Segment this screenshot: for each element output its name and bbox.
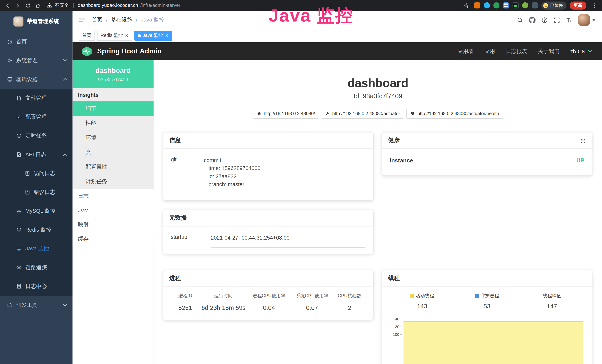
sba-item-caches[interactable]: 缓存 (73, 232, 153, 247)
sba-content: dashboard Id: 93a3fc7f7409 http://192.16… (154, 60, 602, 364)
extension-icon[interactable] (493, 2, 499, 8)
fullscreen-icon[interactable] (554, 17, 560, 23)
extension-icon[interactable] (532, 2, 538, 8)
actuator-url-button[interactable]: http://192.168.0.2:48080/actuator (321, 109, 404, 119)
font-size-icon[interactable] (566, 17, 572, 23)
smiley-icon (543, 3, 548, 8)
history-icon[interactable] (580, 137, 586, 143)
sba-brand[interactable]: Spring Boot Admin (97, 47, 162, 55)
sidebar-item-mysql-monitor[interactable]: MySQL 监控 (0, 202, 73, 220)
card-body: 活动线程 143 守护进程 53 线程峰值 14 (382, 287, 592, 364)
extension-icon[interactable] (503, 2, 509, 8)
breadcrumb-home[interactable]: 首页 (92, 17, 103, 23)
metadata-value: 2021-04-27T00:44:31.254+08:00 (211, 231, 366, 248)
browser-menu-kebab-icon[interactable] (590, 1, 599, 10)
annotation-java-monitor: Java 监控 (269, 4, 354, 28)
tab-home[interactable]: 首页 (79, 31, 95, 41)
sba-item-jvm[interactable]: JVM (73, 203, 153, 217)
hamburger-icon[interactable] (79, 17, 86, 23)
sba-nav-about[interactable]: 关于我们 (538, 48, 559, 55)
health-url-button[interactable]: http://192.168.0.2:48080/actuator/health (406, 109, 503, 119)
sidebar-item-java-monitor[interactable]: Java 监控 (0, 239, 73, 258)
url-host: dashboard.yudao.iocoder.cn (78, 3, 138, 8)
sidebar-item-redis-monitor[interactable]: Redis 监控 (0, 221, 73, 239)
reload-icon[interactable] (23, 1, 32, 10)
divider (73, 3, 74, 8)
process-value-uptime: 6d 23h 15m 59s (200, 300, 247, 314)
user-avatar[interactable] (578, 14, 596, 26)
sidebar-item-error-log[interactable]: 错误日志 (0, 183, 73, 202)
browser-home-icon[interactable] (33, 1, 42, 10)
sba-item-mappings[interactable]: 映射 (73, 217, 153, 232)
sidebar-item-system[interactable]: 系统管理 (0, 51, 73, 70)
sba-sidebar: dashboard 93a3fc7f7409 Insights 细节 性能 环境… (73, 60, 154, 364)
heart-icon (410, 111, 415, 116)
card-title: 线程 (388, 275, 400, 282)
close-icon[interactable]: × (125, 33, 129, 38)
sidebar-item-api-log[interactable]: API 日志 (0, 145, 73, 164)
chart-plot-area (403, 315, 583, 364)
extension-icon[interactable] (513, 2, 519, 8)
clock-icon (16, 133, 22, 139)
chrome-update-button[interactable]: 更新 (570, 1, 586, 9)
screen: 不安全 dashboard.yudao.iocoder.cn/infra/adm… (0, 0, 602, 364)
breadcrumb-infra[interactable]: 基础设施 (111, 17, 132, 23)
process-card: 进程 进程ID 运行时间 进程CPU使用率 系统CPU使用率 CPU核心数 52… (163, 270, 373, 320)
sba-item-logs[interactable]: 日志 (73, 189, 153, 203)
chevron-up-icon (63, 78, 67, 80)
sba-nav-applications[interactable]: 应用 (484, 48, 495, 55)
file-icon (16, 95, 22, 101)
sidebar-item-log-center[interactable]: 日志中心 (0, 277, 73, 296)
search-icon[interactable] (517, 17, 523, 23)
sidebar-item-infra[interactable]: 基础设施 (0, 70, 73, 89)
sidebar-item-scheduled-jobs[interactable]: 定时任务 (0, 126, 73, 145)
legend-label: 守护进程 (481, 293, 499, 299)
sba-item-scheduled-tasks[interactable]: 计划任务 (73, 174, 153, 189)
tab-java-monitor[interactable]: Java 监控 × (134, 31, 172, 41)
spring-boot-admin-logo-icon[interactable] (81, 45, 93, 57)
app-logo-link[interactable]: 芋道管理系统 (0, 11, 73, 32)
process-header-cores: CPU核心数 (333, 291, 366, 301)
tab-redis-monitor[interactable]: Redis 监控 × (97, 31, 132, 41)
extension-icon[interactable] (474, 2, 480, 8)
sba-nav-journal[interactable]: 日志报表 (506, 48, 527, 55)
extension-icon[interactable] (522, 2, 528, 8)
sba-item-config-properties[interactable]: 配置属性 (73, 160, 153, 174)
sba-nav-wallboard[interactable]: 应用墙 (457, 48, 473, 55)
metadata-key: startup (171, 231, 211, 248)
sba-item-performance[interactable]: 性能 (73, 116, 153, 130)
instance-id-line: Id: 93a3fc7f7409 (154, 93, 602, 100)
sidebar-item-dev-tools[interactable]: 研发工具 (0, 296, 73, 314)
close-icon[interactable]: × (165, 33, 169, 38)
sba-item-details[interactable]: 细节 (73, 101, 153, 116)
browser-toolbar-right: 已暂停 更新 (462, 1, 599, 10)
back-icon[interactable] (3, 1, 12, 10)
error-log-icon (25, 189, 30, 195)
chevron-down-icon (63, 304, 67, 306)
sidebar-item-home[interactable]: 首页 (0, 32, 73, 51)
api-log-icon (16, 152, 22, 157)
toolbox-icon (7, 302, 13, 308)
instance-id: 93a3fc7f7409 (76, 77, 150, 83)
address-bar[interactable]: 不安全 dashboard.yudao.iocoder.cn/infra/adm… (47, 2, 461, 9)
breadcrumb-current: Java 监控 (141, 17, 164, 23)
github-icon[interactable] (529, 17, 536, 23)
extension-icon[interactable] (484, 2, 490, 8)
access-log-icon (25, 171, 30, 176)
sba-item-environment[interactable]: 环境 (73, 130, 153, 145)
sidebar-item-access-log[interactable]: 访问日志 (0, 164, 73, 183)
admin-menu: 首页 系统管理 基础设施 文件管理 (0, 32, 73, 314)
bookmark-star-icon[interactable] (462, 1, 471, 10)
help-icon[interactable] (541, 17, 548, 23)
card-header: 进程 (163, 270, 373, 287)
chevron-up-icon (63, 153, 67, 156)
service-url-button[interactable]: http://192.168.0.2:48080/ (253, 109, 319, 119)
sidebar-item-tracing[interactable]: 链路追踪 (0, 258, 73, 277)
sba-language-select[interactable]: zh-CN (570, 48, 592, 54)
sba-item-classes[interactable]: 类 (73, 145, 153, 160)
forward-icon[interactable] (13, 1, 22, 10)
sidebar-item-config-manage[interactable]: 配置管理 (0, 107, 73, 126)
breadcrumb-separator: / (106, 17, 108, 23)
sidebar-item-file-manage[interactable]: 文件管理 (0, 89, 73, 107)
profiler-paused-badge[interactable]: 已暂停 (541, 1, 566, 9)
